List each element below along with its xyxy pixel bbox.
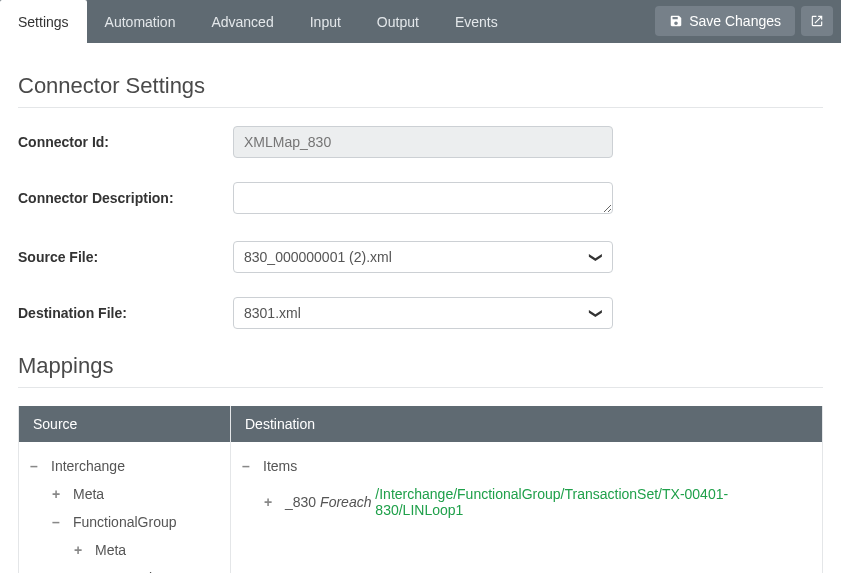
- expand-icon[interactable]: +: [49, 486, 63, 502]
- connector-settings-heading: Connector Settings: [18, 73, 823, 99]
- tree-label: _830: [285, 494, 316, 510]
- tab-output[interactable]: Output: [359, 0, 437, 43]
- tree-row[interactable]: – FunctionalGroup: [27, 508, 222, 536]
- top-tab-bar: Settings Automation Advanced Input Outpu…: [0, 0, 841, 43]
- tab-events[interactable]: Events: [437, 0, 516, 43]
- save-button-label: Save Changes: [689, 13, 781, 29]
- destination-column: Destination – Items + _830 Foreach /Inte…: [231, 406, 822, 573]
- tree-label: Meta: [73, 486, 104, 502]
- tree-row[interactable]: – Items: [239, 452, 814, 480]
- expand-icon[interactable]: +: [71, 542, 85, 558]
- tab-input[interactable]: Input: [292, 0, 359, 43]
- source-file-value: 830_000000001 (2).xml: [244, 249, 392, 265]
- floppy-icon: [669, 14, 683, 28]
- divider: [18, 107, 823, 108]
- destination-file-value: 8301.xml: [244, 305, 301, 321]
- connector-description-label: Connector Description:: [18, 182, 233, 206]
- destination-header: Destination: [231, 406, 822, 442]
- chevron-down-icon: ❯: [589, 252, 604, 263]
- tree-label: Items: [263, 458, 297, 474]
- collapse-icon[interactable]: –: [49, 514, 63, 530]
- source-file-select[interactable]: 830_000000001 (2).xml ❯: [233, 241, 613, 273]
- destination-tree: – Items + _830 Foreach /Interchange/Func…: [231, 442, 822, 538]
- source-column: Source – Interchange + Meta – Functional…: [19, 406, 231, 573]
- source-tree: – Interchange + Meta – FunctionalGroup +…: [19, 442, 230, 573]
- destination-file-label: Destination File:: [18, 297, 233, 321]
- foreach-path: /Interchange/FunctionalGroup/Transaction…: [375, 486, 814, 518]
- tree-row[interactable]: + Meta: [27, 480, 222, 508]
- source-header: Source: [19, 406, 230, 442]
- external-link-icon: [810, 14, 824, 28]
- divider: [18, 387, 823, 388]
- external-link-button[interactable]: [801, 6, 833, 36]
- tree-row[interactable]: + TransactionSet: [27, 564, 222, 573]
- tab-settings[interactable]: Settings: [0, 0, 87, 43]
- connector-id-input[interactable]: [233, 126, 613, 158]
- tree-label: FunctionalGroup: [73, 514, 177, 530]
- destination-file-select[interactable]: 8301.xml ❯: [233, 297, 613, 329]
- connector-id-label: Connector Id:: [18, 126, 233, 150]
- mappings-panel: Source – Interchange + Meta – Functional…: [18, 406, 823, 573]
- tab-advanced[interactable]: Advanced: [193, 0, 291, 43]
- foreach-keyword: Foreach: [320, 494, 371, 510]
- tree-label: Interchange: [51, 458, 125, 474]
- mappings-heading: Mappings: [18, 353, 823, 379]
- tabs: Settings Automation Advanced Input Outpu…: [0, 0, 516, 43]
- tree-row[interactable]: + Meta: [27, 536, 222, 564]
- collapse-icon[interactable]: –: [239, 458, 253, 474]
- source-file-label: Source File:: [18, 241, 233, 265]
- tree-row[interactable]: + _830 Foreach /Interchange/FunctionalGr…: [239, 480, 814, 524]
- chevron-down-icon: ❯: [589, 308, 604, 319]
- connector-description-input[interactable]: [233, 182, 613, 214]
- tree-label: Meta: [95, 542, 126, 558]
- collapse-icon[interactable]: –: [27, 458, 41, 474]
- save-changes-button[interactable]: Save Changes: [655, 6, 795, 36]
- tab-automation[interactable]: Automation: [87, 0, 194, 43]
- expand-icon[interactable]: +: [261, 494, 275, 510]
- tree-row[interactable]: – Interchange: [27, 452, 222, 480]
